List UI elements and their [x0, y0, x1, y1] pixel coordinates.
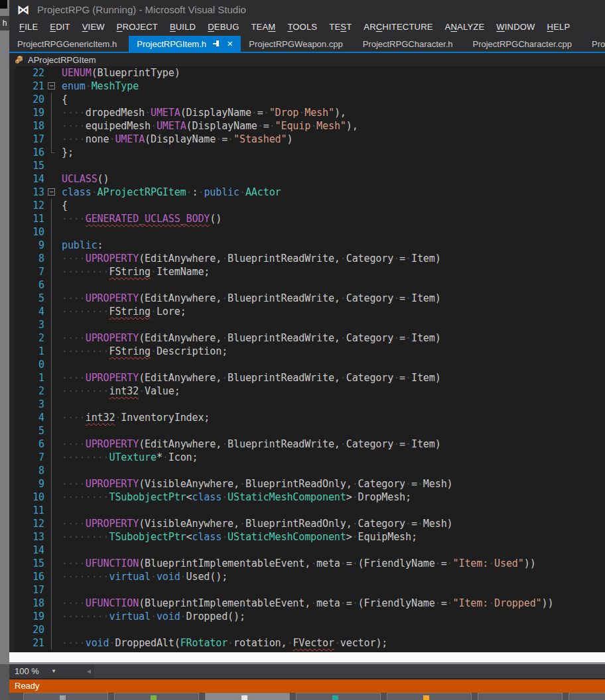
code-line[interactable]: 2····UPROPERTY(EditAnywhere,·BlueprintRe…	[9, 331, 605, 345]
navigation-scope-label[interactable]: AProjectRPGItem	[28, 55, 96, 65]
code-line[interactable]: 19····dropedMesh·UMETA(DisplayName·=·"Dr…	[9, 106, 605, 119]
outline-guide	[44, 358, 59, 371]
tab-projectrpgitem.h[interactable]: ProjectRPGItem.h	[129, 36, 241, 52]
code-line[interactable]: 17····none·UMETA(DisplayName·=·"Stashed"…	[9, 133, 605, 146]
code-line[interactable]: 1········FString·Description;	[9, 345, 605, 358]
outline-guide	[44, 544, 59, 557]
code-line[interactable]: 1····UPROPERTY(EditAnywhere,·BlueprintRe…	[9, 371, 605, 384]
scroll-left-arrow-icon[interactable]: ◄	[84, 668, 94, 675]
code-line[interactable]: 16};	[9, 146, 605, 159]
code-line[interactable]: 18····UFUNCTION(BlueprintImplementableEv…	[9, 597, 605, 610]
code-line[interactable]: 9····UPROPERTY(VisibleAnywhere,·Blueprin…	[9, 477, 605, 491]
menu-window[interactable]: WINDOW	[490, 19, 541, 36]
menu-team[interactable]: TEAM	[245, 19, 281, 36]
line-number: 17	[9, 583, 44, 597]
menu-architecture[interactable]: ARCHITECTURE	[358, 19, 438, 36]
outline-guide	[44, 225, 59, 239]
horizontal-scrollbar[interactable]	[94, 664, 605, 678]
chevron-down-icon[interactable]: ▼	[51, 668, 56, 674]
code-line[interactable]: 11	[9, 504, 605, 517]
code-line[interactable]: 8····UPROPERTY(EditAnywhere,·BlueprintRe…	[9, 252, 605, 265]
taskbar-button[interactable]	[387, 693, 472, 700]
menu-view[interactable]: VIEW	[76, 19, 111, 36]
code-line[interactable]: 2········int32·Value;	[9, 384, 605, 398]
app-icon	[332, 695, 338, 700]
code-line[interactable]: 10········TSubobjectPtr<class·UStaticMes…	[9, 491, 605, 504]
menu-test[interactable]: TEST	[323, 19, 358, 36]
tab-projectrpgcharacter.cpp[interactable]: ProjectRPGCharacter.cpp	[465, 36, 580, 52]
menu-project[interactable]: PROJECT	[111, 19, 164, 36]
menu-build[interactable]: BUILD	[164, 19, 202, 36]
code-text: ····UPROPERTY(EditAnywhere,·BlueprintRea…	[59, 292, 441, 305]
menu-analyze[interactable]: ANALYZE	[439, 19, 491, 36]
code-line[interactable]: 11····GENERATED_UCLASS_BODY()	[9, 212, 605, 225]
code-line[interactable]: 9public:	[9, 239, 605, 252]
line-number: 14	[9, 544, 44, 557]
taskbar-button[interactable]	[569, 693, 605, 700]
code-line[interactable]: 6	[9, 278, 605, 292]
code-line[interactable]: 12····UPROPERTY(VisibleAnywhere,·Bluepri…	[9, 517, 605, 530]
code-line[interactable]: 15····UFUNCTION(BlueprintImplementableEv…	[9, 557, 605, 570]
close-icon[interactable]	[227, 40, 233, 48]
code-line[interactable]: 5	[9, 424, 605, 438]
fold-collapse-icon[interactable]	[44, 186, 59, 199]
code-line[interactable]: 13class·AProjectRPGItem·:·public·AActor	[9, 186, 605, 199]
code-line[interactable]: 0	[9, 358, 605, 371]
code-line[interactable]: 20	[9, 623, 605, 636]
taskbar-button[interactable]	[205, 693, 290, 700]
tab-label: ProjectRPGCharacter.cpp	[473, 39, 572, 49]
code-line[interactable]: 22UENUM(BlueprintType)	[9, 66, 605, 80]
navigation-bar[interactable]: AProjectRPGItem	[9, 53, 605, 66]
outline-guide	[44, 438, 59, 451]
code-line[interactable]: 17	[9, 583, 605, 597]
taskbar-button[interactable]	[478, 693, 563, 700]
code-line[interactable]: 14UCLASS()	[9, 172, 605, 186]
code-text: ····UPROPERTY(EditAnywhere,·BlueprintRea…	[59, 331, 441, 345]
code-line[interactable]: 6····UPROPERTY(EditAnywhere,·BlueprintRe…	[9, 438, 605, 451]
code-line[interactable]: 14	[9, 544, 605, 557]
tab-projectrpgcharacter.h[interactable]: ProjectRPGCharacter.h	[355, 36, 461, 52]
code-line[interactable]: 19········virtual·void·Dropped();	[9, 610, 605, 623]
code-line[interactable]: 4····int32·InventoryIndex;	[9, 411, 605, 424]
line-number: 8	[9, 252, 44, 265]
code-editor[interactable]: 22UENUM(BlueprintType)21enum·MeshType20{…	[9, 66, 605, 652]
code-line[interactable]: 4········FString·Lore;	[9, 305, 605, 318]
fold-collapse-icon[interactable]	[44, 80, 59, 93]
code-line[interactable]: 16········virtual·void·Used();	[9, 570, 605, 583]
code-line[interactable]: 10	[9, 225, 605, 239]
tab-projectrpg[interactable]: ProjectRPG	[584, 36, 605, 52]
code-line[interactable]: 18····equipedMesh·UMETA(DisplayName·=·"E…	[9, 119, 605, 133]
code-text: ····equipedMesh·UMETA(DisplayName·=·"Equ…	[59, 119, 358, 133]
menu-help[interactable]: HELP	[541, 19, 576, 36]
code-line[interactable]: 7········FString·ItemName;	[9, 265, 605, 278]
zoom-control[interactable]: 100 % ▼	[9, 666, 84, 676]
code-text: public:	[59, 239, 103, 252]
menu-tools[interactable]: TOOLS	[281, 19, 323, 36]
code-line[interactable]: 21enum·MeshType	[9, 80, 605, 93]
taskbar-button[interactable]	[23, 693, 108, 700]
code-line[interactable]: 20{	[9, 93, 605, 106]
menu-edit[interactable]: EDIT	[44, 19, 76, 36]
line-number: 19	[9, 106, 44, 119]
code-line[interactable]: 12{	[9, 199, 605, 212]
pin-icon[interactable]	[212, 40, 221, 48]
code-line[interactable]: 21····void·DroppedAlt(FRotator·rotation,…	[9, 636, 605, 650]
line-number: 20	[9, 623, 44, 636]
tab-projectrpggenericitem.h[interactable]: ProjectRPGGenericItem.h	[9, 36, 125, 52]
taskbar-button[interactable]	[296, 693, 381, 700]
outline-guide	[44, 212, 59, 225]
tab-projectrpgweapon.cpp[interactable]: ProjectRPGWeapon.cpp	[241, 36, 350, 52]
tab-label: ProjectRPGItem.h	[137, 39, 206, 49]
menu-debug[interactable]: DEBUG	[202, 19, 245, 36]
line-number: 7	[9, 451, 44, 464]
code-line[interactable]: 3	[9, 398, 605, 411]
code-line[interactable]: 13········TSubobjectPtr<class·UStaticMes…	[9, 530, 605, 544]
code-line[interactable]: 5····UPROPERTY(EditAnywhere,·BlueprintRe…	[9, 292, 605, 305]
code-line[interactable]: 15	[9, 159, 605, 172]
taskbar-button[interactable]	[114, 693, 199, 700]
menu-file[interactable]: FILE	[13, 19, 44, 36]
code-line[interactable]: 8	[9, 464, 605, 477]
code-line[interactable]: 7········UTexture*·Icon;	[9, 451, 605, 464]
code-line[interactable]: 3	[9, 318, 605, 331]
line-number: 21	[9, 636, 44, 650]
